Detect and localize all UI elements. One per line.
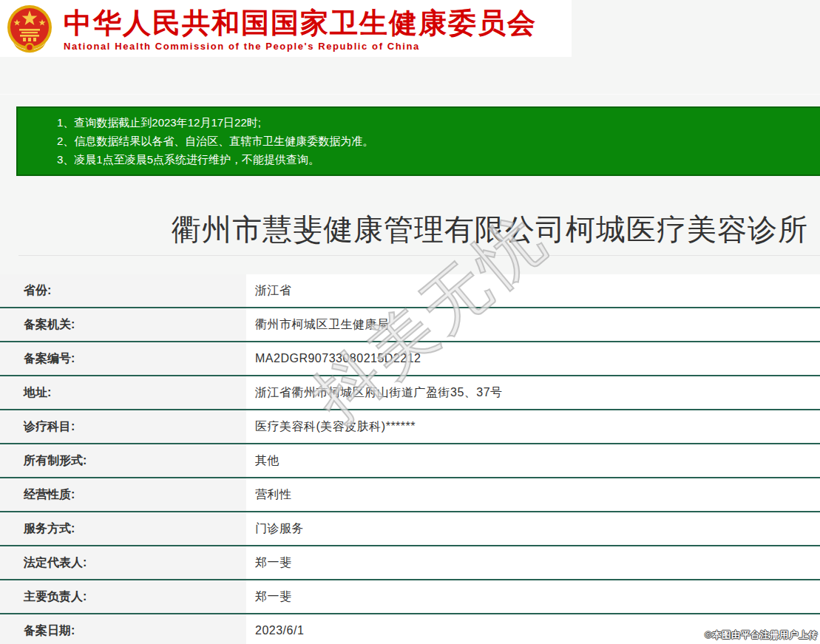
title-table-separator — [18, 255, 820, 256]
table-row: 省份: 浙江省 — [0, 274, 820, 308]
field-value: 医疗美容科(美容皮肤科)****** — [246, 410, 820, 443]
field-value: 门诊服务 — [246, 512, 820, 545]
org-name-en: National Health Commission of the People… — [64, 41, 537, 52]
table-row: 经营性质: 营利性 — [0, 478, 820, 512]
table-row: 主要负责人: 郑一斐 — [0, 580, 820, 614]
field-value: 浙江省 — [246, 274, 820, 307]
page-container: 中华人民共和国国家卫生健康委员会 National Health Commiss… — [0, 0, 820, 644]
field-label: 所有制形式: — [0, 444, 246, 477]
header-divider — [0, 94, 820, 95]
nhc-registration-page: { "header": { "emblem_icon": "china-nati… — [0, 0, 820, 644]
table-row: 法定代表人: 郑一斐 — [0, 546, 820, 580]
field-label: 省份: — [0, 274, 246, 307]
field-value: 营利性 — [246, 478, 820, 511]
field-label: 主要负责人: — [0, 580, 246, 613]
notice-line: 1、查询数据截止到2023年12月17日22时; — [57, 113, 820, 132]
field-label: 法定代表人: — [0, 546, 246, 579]
field-value: 其他 — [246, 444, 820, 477]
page-title: 衢州市慧斐健康管理有限公司柯城医疗美容诊所 — [0, 210, 820, 248]
field-value: 郑一斐 — [246, 546, 820, 579]
table-row: 诊疗科目: 医疗美容科(美容皮肤科)****** — [0, 410, 820, 444]
field-value: 郑一斐 — [246, 580, 820, 613]
notice-line: 3、凌晨1点至凌晨5点系统进行维护，不能提供查询。 — [57, 150, 820, 169]
credit-watermark: ©本图由平台注册用户上传 — [705, 629, 818, 642]
site-header: 中华人民共和国国家卫生健康委员会 National Health Commiss… — [0, 0, 572, 57]
header-titles: 中华人民共和国国家卫生健康委员会 National Health Commiss… — [64, 5, 537, 52]
field-label: 备案日期: — [0, 614, 246, 644]
org-name-zh: 中华人民共和国国家卫生健康委员会 — [64, 7, 537, 39]
field-value: 浙江省衢州市柯城区府山街道广盈街35、37号 — [246, 376, 820, 409]
table-row: 所有制形式: 其他 — [0, 444, 820, 478]
table-row: 服务方式: 门诊服务 — [0, 512, 820, 546]
field-label: 经营性质: — [0, 478, 246, 511]
record-title-wrap: 衢州市慧斐健康管理有限公司柯城医疗美容诊所 — [0, 210, 820, 248]
field-label: 备案编号: — [0, 342, 246, 375]
field-label: 服务方式: — [0, 512, 246, 545]
notice-line: 2、信息数据结果以各省、自治区、直辖市卫生健康委数据为准。 — [57, 132, 820, 150]
table-row: 备案编号: MA2DGR90733080215D2212 — [0, 342, 820, 376]
china-national-emblem-icon — [6, 4, 53, 53]
table-row: 备案机关: 衢州市柯城区卫生健康局 — [0, 308, 820, 342]
table-row: 地址: 浙江省衢州市柯城区府山街道广盈街35、37号 — [0, 376, 820, 410]
record-table: 省份: 浙江省 备案机关: 衢州市柯城区卫生健康局 备案编号: MA2DGR90… — [0, 274, 820, 644]
table-row: 备案日期: 2023/6/1 — [0, 614, 820, 644]
notice-box: 1、查询数据截止到2023年12月17日22时; 2、信息数据结果以各省、自治区… — [16, 106, 820, 176]
field-label: 地址: — [0, 376, 246, 409]
field-label: 备案机关: — [0, 308, 246, 341]
field-label: 诊疗科目: — [0, 410, 246, 443]
field-value: 衢州市柯城区卫生健康局 — [246, 308, 820, 341]
field-value: MA2DGR90733080215D2212 — [246, 342, 820, 375]
